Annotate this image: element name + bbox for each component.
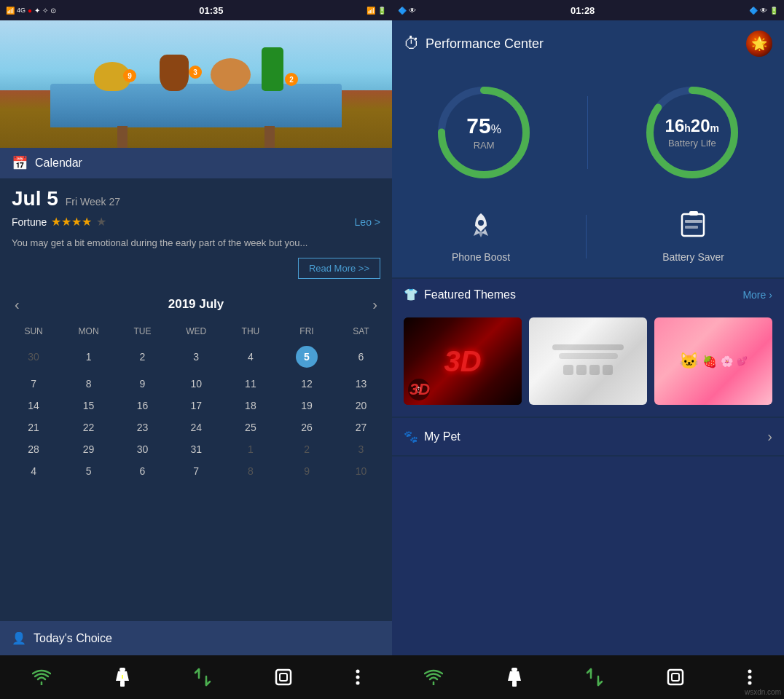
theme-item-1[interactable]: 3D ⏱ [404, 317, 522, 405]
calendar-day[interactable]: 16 [117, 395, 168, 416]
col-thu: THU [225, 322, 277, 341]
calendar-day[interactable]: 5 [60, 460, 117, 482]
read-more-button[interactable]: Read More >> [298, 258, 380, 279]
svg-point-24 [748, 676, 752, 679]
todays-choice-label: Today's Choice [34, 632, 112, 645]
calendar-day[interactable]: 5 [276, 341, 337, 373]
left-panel: 📶 4G ● ✦ ✧ ⊙ 01:35 📶 🔋 9 3 2 [0, 0, 392, 699]
my-pet-content [392, 457, 784, 655]
battery-icon [681, 210, 707, 245]
network-type: 4G [17, 7, 26, 14]
chevron-right-icon: › [769, 289, 772, 301]
nav-dots-left[interactable] [356, 668, 360, 686]
calendar-day[interactable]: 19 [276, 395, 337, 416]
nav-square-left[interactable] [275, 668, 292, 686]
nav-arrows-left[interactable] [194, 668, 211, 687]
calendar-day[interactable]: 11 [225, 373, 277, 395]
calendar-day[interactable]: 1 [225, 438, 277, 460]
nav-square-right[interactable] [667, 668, 684, 686]
calendar-day[interactable]: 8 [225, 460, 277, 482]
calendar-day[interactable]: 7 [168, 460, 225, 482]
day-info: Fri Week 27 [66, 196, 120, 208]
battery-saver-button[interactable]: Battery Saver [662, 210, 724, 263]
next-month-button[interactable]: › [372, 296, 377, 313]
bt-icon: 🔷 [398, 7, 407, 15]
calendar-day[interactable]: 10 [168, 373, 225, 395]
ram-unit: % [491, 123, 501, 135]
action-divider [586, 215, 587, 258]
calendar-day[interactable]: 12 [276, 373, 337, 395]
battery-gauge[interactable]: 16h20m Battery Life [641, 82, 743, 183]
nav-arrows-right[interactable] [586, 668, 603, 687]
svg-point-6 [356, 670, 360, 674]
themes-more-button[interactable]: More › [742, 289, 772, 301]
more-label: More [742, 289, 766, 301]
calendar-day[interactable]: 2 [117, 341, 168, 373]
calendar-day[interactable]: 15 [60, 395, 117, 416]
calendar-day[interactable]: 30 [117, 438, 168, 460]
calendar-day[interactable]: 3 [337, 438, 385, 460]
battery-minutes: 20 [691, 116, 710, 135]
ram-text: 75% RAM [466, 115, 501, 151]
calendar-day[interactable]: 6 [117, 460, 168, 482]
theme-item-2[interactable] [529, 317, 647, 405]
calendar-header: 📅 Calendar [0, 148, 392, 178]
calendar-day[interactable]: 9 [276, 460, 337, 482]
svg-rect-18 [511, 668, 517, 671]
calendar-day[interactable]: 4 [225, 341, 277, 373]
ram-gauge[interactable]: 75% RAM [433, 82, 535, 183]
calendar-day[interactable]: 29 [60, 438, 117, 460]
calendar-day[interactable]: 24 [168, 416, 225, 438]
phone-boost-label: Phone Boost [452, 251, 510, 263]
col-sat: SAT [337, 322, 385, 341]
right-status-icons: 📶 🔋 [366, 7, 386, 15]
calendar-day[interactable]: 1 [60, 341, 117, 373]
table-leg-right [264, 126, 275, 148]
calendar-day[interactable]: 26 [276, 416, 337, 438]
calendar-day[interactable]: 28 [7, 438, 60, 460]
table-leg-left [117, 126, 128, 148]
calendar-day[interactable]: 30 [7, 341, 60, 373]
todays-choice-bar[interactable]: 👤 Today's Choice [0, 621, 392, 655]
svg-rect-0 [119, 668, 125, 671]
calendar-day[interactable]: 21 [7, 416, 60, 438]
calendar-day[interactable]: 13 [337, 373, 385, 395]
my-pet-section[interactable]: 🐾 My Pet › [392, 418, 784, 455]
calendar-day[interactable]: 7 [7, 373, 60, 395]
calendar-day[interactable]: 18 [225, 395, 277, 416]
my-pet-chevron: › [767, 428, 772, 445]
fortune-section: Jul 5 Fri Week 27 Fortune ★★★★ ★ Leo > Y… [0, 178, 392, 288]
svg-rect-15 [689, 211, 698, 216]
calendar-day[interactable]: 17 [168, 395, 225, 416]
calendar-day[interactable]: 31 [168, 438, 225, 460]
calendar-day[interactable]: 25 [225, 416, 277, 438]
performance-icon: ⏱ [404, 34, 420, 53]
theme-item-3[interactable]: 🐱 🍓 🌸 💕 [654, 317, 772, 405]
zodiac-link[interactable]: Leo > [355, 216, 380, 228]
nav-dots-right[interactable] [748, 668, 752, 686]
nav-wifi-left[interactable] [32, 669, 51, 685]
vodafone-icon: ● [28, 7, 32, 15]
phone-boost-button[interactable]: Phone Boost [452, 210, 510, 263]
calendar-day[interactable]: 9 [117, 373, 168, 395]
rocket-icon [466, 210, 495, 245]
calendar-day[interactable]: 10 [337, 460, 385, 482]
nav-flashlight-left[interactable] [114, 668, 130, 687]
calendar-day[interactable]: 8 [60, 373, 117, 395]
prev-month-button[interactable]: ‹ [15, 296, 20, 313]
calendar-day[interactable]: 20 [337, 395, 385, 416]
calendar-day[interactable]: 4 [7, 460, 60, 482]
calendar-day[interactable]: 3 [168, 341, 225, 373]
calendar-title: Calendar [35, 157, 82, 170]
nav-flashlight-right[interactable] [506, 668, 522, 687]
calendar-day[interactable]: 6 [337, 341, 385, 373]
user-avatar[interactable]: 🌟 [746, 31, 772, 57]
col-sun: SUN [7, 322, 60, 341]
nav-wifi-right[interactable] [424, 669, 443, 685]
calendar-day[interactable]: 23 [117, 416, 168, 438]
calendar-day[interactable]: 22 [60, 416, 117, 438]
calendar-day[interactable]: 27 [337, 416, 385, 438]
left-time: 01:35 [199, 5, 223, 16]
calendar-day[interactable]: 2 [276, 438, 337, 460]
calendar-day[interactable]: 14 [7, 395, 60, 416]
